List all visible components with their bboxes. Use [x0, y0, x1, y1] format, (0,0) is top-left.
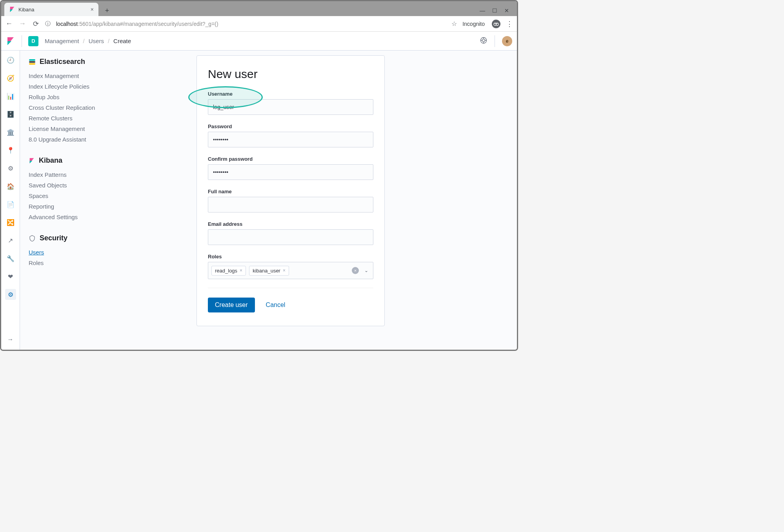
maximize-icon[interactable]: ☐	[492, 7, 497, 14]
url-host: localhost	[56, 21, 78, 27]
svg-point-7	[482, 39, 485, 42]
header-divider	[495, 35, 495, 47]
site-info-icon[interactable]: ⓘ	[45, 20, 51, 27]
role-chip-read-logs[interactable]: read_logs ×	[211, 266, 246, 276]
apm-icon[interactable]: 🔀	[5, 217, 16, 228]
breadcrumb-sep: /	[83, 38, 85, 44]
browser-tab-strip: Kibana × + — ☐ ✕	[1, 1, 517, 16]
window-controls: — ☐ ✕	[480, 7, 514, 16]
sidebar-section-elasticsearch: Elasticsearch	[29, 58, 134, 66]
svg-rect-12	[29, 59, 35, 61]
sidebar-section-security: Security	[29, 234, 134, 242]
logs-icon[interactable]: 📄	[5, 199, 16, 210]
label-confirm-password: Confirm password	[208, 156, 373, 162]
url-field[interactable]: localhost:5601/app/kibana#/management/se…	[56, 21, 446, 27]
label-email: Email address	[208, 221, 373, 227]
browser-tab[interactable]: Kibana ×	[4, 3, 98, 16]
clear-roles-icon[interactable]: ×	[352, 267, 359, 274]
sidebar-security-title: Security	[40, 234, 67, 242]
cancel-button[interactable]: Cancel	[266, 301, 286, 309]
email-field[interactable]	[208, 229, 373, 245]
remove-role-icon[interactable]: ×	[283, 268, 286, 273]
sidebar-kibana-title: Kibana	[39, 156, 62, 165]
close-tab-icon[interactable]: ×	[91, 6, 94, 13]
breadcrumb: Management / Users / Create	[45, 38, 131, 44]
back-icon[interactable]: ←	[5, 20, 13, 28]
address-bar: ← → ⟳ ⓘ localhost:5601/app/kibana#/manag…	[1, 16, 517, 32]
minimize-icon[interactable]: —	[480, 7, 485, 14]
management-icon[interactable]: ⚙	[5, 289, 16, 300]
fullname-field[interactable]	[208, 197, 373, 212]
new-user-panel: New user Username Password Confirm passw…	[196, 55, 385, 326]
label-fullname: Full name	[208, 189, 373, 194]
sidebar-item-index-management[interactable]: Index Management	[29, 71, 134, 81]
close-window-icon[interactable]: ✕	[504, 7, 509, 14]
sidebar-link-users[interactable]: Users	[29, 249, 44, 256]
svg-marker-5	[7, 41, 11, 45]
label-username: Username	[208, 91, 373, 97]
avatar[interactable]: e	[502, 36, 512, 46]
svg-point-3	[496, 23, 498, 25]
password-field[interactable]	[208, 132, 373, 147]
sidebar-item-users[interactable]: Users	[29, 247, 134, 258]
devtools-icon[interactable]: 🔧	[5, 253, 16, 264]
sidebar-item-rollup[interactable]: Rollup Jobs	[29, 92, 134, 102]
svg-point-2	[494, 23, 496, 25]
sidebar-item-roles[interactable]: Roles	[29, 258, 134, 268]
forward-icon[interactable]: →	[18, 20, 26, 28]
browser-menu-icon[interactable]: ⋮	[506, 20, 513, 28]
maps-icon[interactable]: 📍	[5, 145, 16, 156]
sidebar-item-upgrade-assistant[interactable]: 8.0 Upgrade Assistant	[29, 134, 134, 145]
breadcrumb-users[interactable]: Users	[89, 38, 104, 44]
chevron-down-icon[interactable]: ⌄	[364, 268, 368, 273]
help-icon[interactable]	[480, 36, 487, 45]
dashboard-icon[interactable]: 🗄️	[5, 109, 16, 120]
sidebar-item-spaces[interactable]: Spaces	[29, 191, 134, 201]
discover-icon[interactable]: 🧭	[5, 73, 16, 84]
breadcrumb-management[interactable]: Management	[45, 38, 79, 44]
svg-rect-14	[29, 63, 35, 65]
remove-role-icon[interactable]: ×	[240, 268, 242, 273]
sidebar-item-license[interactable]: License Management	[29, 123, 134, 134]
create-user-button[interactable]: Create user	[208, 298, 255, 312]
incognito-icon[interactable]	[492, 20, 500, 28]
page-title: New user	[208, 67, 373, 81]
svg-marker-16	[30, 161, 33, 163]
roles-combobox[interactable]: read_logs × kibana_user × × ⌄	[208, 262, 373, 279]
sidebar-item-reporting[interactable]: Reporting	[29, 201, 134, 212]
bookmark-icon[interactable]: ☆	[451, 20, 457, 27]
app-header: D Management / Users / Create e	[1, 32, 517, 51]
reload-icon[interactable]: ⟳	[32, 20, 40, 28]
visualize-icon[interactable]: 📊	[5, 91, 16, 102]
label-roles: Roles	[208, 254, 373, 260]
breadcrumb-sep: /	[108, 38, 109, 44]
confirm-password-field[interactable]	[208, 164, 373, 180]
role-chip-kibana-user[interactable]: kibana_user ×	[249, 266, 289, 276]
canvas-icon[interactable]: 🏛️	[5, 127, 16, 138]
recent-icon[interactable]: 🕘	[5, 54, 16, 65]
form-divider	[208, 288, 373, 288]
incognito-label: Incognito	[462, 21, 485, 27]
kibana-tab-icon	[9, 6, 15, 13]
sidebar-item-index-patterns[interactable]: Index Patterns	[29, 169, 134, 180]
elasticsearch-icon	[29, 58, 36, 65]
sidebar-item-remote-clusters[interactable]: Remote Clusters	[29, 113, 134, 123]
collapse-rail-icon[interactable]: →	[5, 334, 16, 345]
kibana-logo-icon[interactable]	[6, 36, 15, 46]
monitoring-icon[interactable]: ❤︎	[5, 271, 16, 282]
username-field[interactable]	[208, 99, 373, 115]
uptime-icon[interactable]: ↗︎	[5, 235, 16, 246]
sidebar-item-advanced-settings[interactable]: Advanced Settings	[29, 212, 134, 222]
sidebar-item-ccr[interactable]: Cross Cluster Replication	[29, 102, 134, 113]
role-chip-label: read_logs	[215, 268, 237, 274]
space-badge[interactable]: D	[28, 36, 38, 46]
infrastructure-icon[interactable]: 🏠	[5, 181, 16, 192]
ml-icon[interactable]: ⚙︎	[5, 163, 16, 174]
url-path: :5601/app/kibana#/management/security/us…	[78, 21, 218, 27]
management-sidebar: Elasticsearch Index Management Index Lif…	[20, 51, 138, 350]
new-tab-button[interactable]: +	[102, 5, 113, 16]
sidebar-item-saved-objects[interactable]: Saved Objects	[29, 180, 134, 191]
sidebar-item-ilm[interactable]: Index Lifecycle Policies	[29, 81, 134, 92]
label-password: Password	[208, 123, 373, 129]
sidebar-section-kibana: Kibana	[29, 156, 134, 165]
